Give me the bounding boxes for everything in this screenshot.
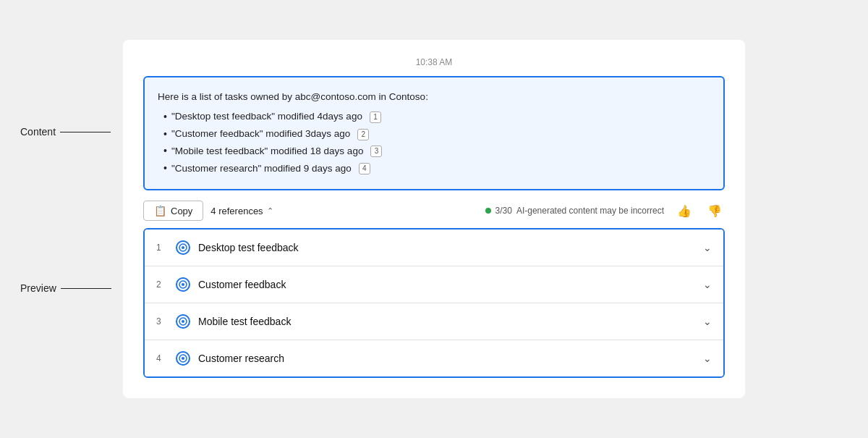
reference-item-4[interactable]: 4 Customer research ⌄ <box>145 340 723 376</box>
list-item-text: "Mobile test feedback" modified 18 days … <box>171 143 364 160</box>
status-row: 3/30 AI-generated content may be incorre… <box>485 206 664 216</box>
ref-num-1: 1 <box>156 243 168 253</box>
message-bubble: Here is a list of tasks owned by abc@con… <box>143 76 725 190</box>
reference-item-3[interactable]: 3 Mobile test feedback ⌄ <box>145 303 723 340</box>
chevron-up-icon: ⌃ <box>267 206 273 216</box>
chevron-down-icon-1: ⌄ <box>703 242 712 253</box>
list-item: "Customer research" modified 9 days ago … <box>163 160 710 177</box>
toolbar-row: 📋 Copy 4 references ⌃ 3/30 AI-generated … <box>143 201 725 221</box>
ref-badge-4: 4 <box>359 163 370 174</box>
ref-num-2: 2 <box>156 279 168 290</box>
thumbs-down-button[interactable]: 👎 <box>705 203 725 219</box>
ref-num-4: 4 <box>156 353 168 363</box>
thumbs-up-button[interactable]: 👍 <box>674 203 694 219</box>
copy-icon: 📋 <box>154 205 166 216</box>
ref-left-4: 4 Customer research <box>156 350 284 366</box>
preview-label-group: Preview <box>20 282 111 294</box>
loop-icon-3 <box>175 313 191 329</box>
svg-point-8 <box>182 320 184 323</box>
references-panel: 1 Desktop test feedback ⌄ 2 <box>143 228 725 378</box>
ref-badge-2: 2 <box>357 129 369 140</box>
svg-point-2 <box>182 246 184 249</box>
ref-left-1: 1 Desktop test feedback <box>156 240 299 256</box>
svg-point-11 <box>182 357 184 360</box>
task-list: "Desktop test feedback" modified 4days a… <box>158 109 710 177</box>
svg-point-5 <box>182 283 184 286</box>
ref-title-2: Customer feedback <box>198 279 286 290</box>
chevron-down-icon-4: ⌄ <box>703 353 712 364</box>
references-label: 4 references <box>210 206 263 216</box>
list-item: "Customer feedback" modified 3days ago 2 <box>163 126 710 143</box>
content-label-line <box>60 132 111 132</box>
reference-item-1[interactable]: 1 Desktop test feedback ⌄ <box>145 229 723 266</box>
preview-label-line <box>61 288 111 289</box>
list-item-text: "Desktop test feedback" modified 4days a… <box>171 109 362 125</box>
chat-area: 10:38 AM Here is a list of tasks owned b… <box>123 40 745 398</box>
reference-item-2[interactable]: 2 Customer feedback ⌄ <box>145 266 723 303</box>
ref-num-3: 3 <box>156 316 168 327</box>
references-toggle[interactable]: 4 references ⌃ <box>210 206 273 216</box>
ref-badge-3: 3 <box>370 146 382 157</box>
ref-title-1: Desktop test feedback <box>198 242 299 253</box>
status-counter: 3/30 <box>495 206 512 216</box>
green-dot <box>485 208 491 214</box>
toolbar-right: 3/30 AI-generated content may be incorre… <box>485 203 725 219</box>
status-text: AI-generated content may be incorrect <box>516 206 664 216</box>
ref-left-2: 2 Customer feedback <box>156 277 286 292</box>
preview-label: Preview <box>20 282 56 294</box>
content-label: Content <box>20 126 56 138</box>
content-label-group: Content <box>20 126 111 138</box>
ref-left-3: 3 Mobile test feedback <box>156 313 291 329</box>
list-item: "Desktop test feedback" modified 4days a… <box>163 109 710 126</box>
list-item-text: "Customer feedback" modified 3days ago <box>171 126 350 143</box>
chevron-down-icon-2: ⌄ <box>703 279 712 290</box>
copy-button[interactable]: 📋 Copy <box>143 201 203 221</box>
loop-icon-4 <box>175 350 191 366</box>
ref-title-3: Mobile test feedback <box>198 316 291 327</box>
list-item-text: "Customer research" modified 9 days ago <box>171 161 352 177</box>
toolbar-left: 📋 Copy 4 references ⌃ <box>143 201 273 221</box>
loop-icon-1 <box>175 240 191 256</box>
ref-badge-1: 1 <box>370 111 381 123</box>
list-item: "Mobile test feedback" modified 18 days … <box>163 143 710 160</box>
timestamp: 10:38 AM <box>143 57 725 67</box>
ref-title-4: Customer research <box>198 353 284 364</box>
copy-label: Copy <box>171 206 192 216</box>
chevron-down-icon-3: ⌄ <box>703 316 712 327</box>
message-intro: Here is a list of tasks owned by abc@con… <box>158 89 710 106</box>
loop-icon-2 <box>175 277 191 292</box>
outer-container: Content Preview 10:38 AM Here is a list … <box>0 0 868 438</box>
